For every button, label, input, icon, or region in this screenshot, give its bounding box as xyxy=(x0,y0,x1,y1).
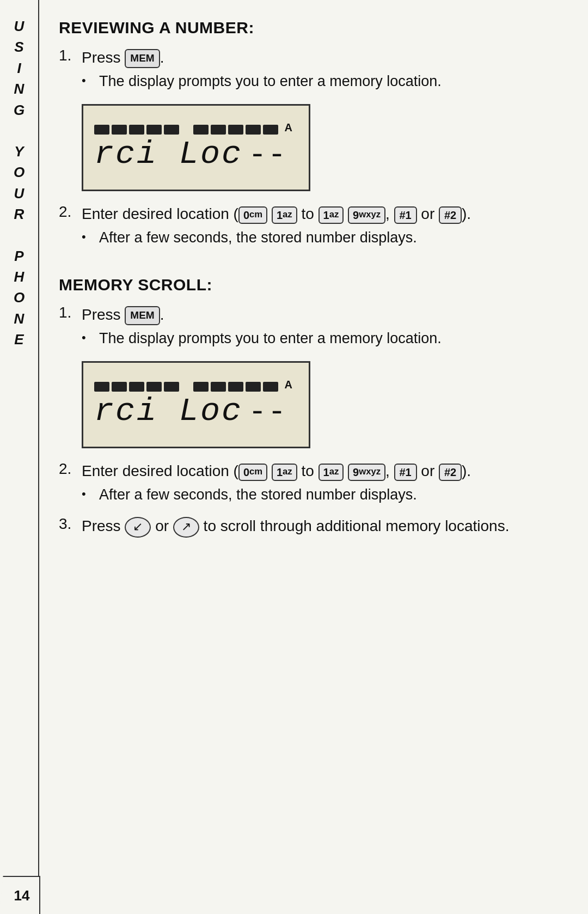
bullet-dot-4: • xyxy=(82,487,91,501)
step2-bullet: • After a few seconds, the stored number… xyxy=(82,228,566,248)
lcd-segs-right-1 xyxy=(193,125,278,135)
lcd-main-text-2: rci Loc -- xyxy=(94,395,287,428)
section1-step2: 2. Enter desired location (0cm 1az to 1a… xyxy=(59,203,566,252)
s2-step2-bullet-text: After a few seconds, the stored number d… xyxy=(99,485,417,505)
lcd-segs-left-1 xyxy=(94,125,179,135)
section2-step3: 3. Press ↙ or ↗ to scroll through additi… xyxy=(59,515,566,538)
key-9wxyz[interactable]: 9wxyz xyxy=(348,206,385,224)
step2-text: Enter desired location (0cm 1az to 1az 9… xyxy=(82,203,566,224)
sidebar-letter-o2: O xyxy=(14,288,24,307)
s2-step2-text: Enter desired location (0cm 1az to 1az 9… xyxy=(82,460,566,482)
sidebar-letter-n: N xyxy=(14,309,24,328)
sidebar-letter-y: Y xyxy=(14,142,23,161)
mem-key-1[interactable]: MEM xyxy=(125,49,160,68)
step1-content: Press MEM. • The display prompts you to … xyxy=(82,47,566,197)
lcd-segs-left-2 xyxy=(94,382,179,392)
s2-step1-bullet: • The display prompts you to enter a mem… xyxy=(82,328,566,349)
arrow-down-key[interactable]: ↙ xyxy=(125,517,151,538)
key-1az-3[interactable]: 1az xyxy=(272,464,297,481)
sidebar-letter-p: P xyxy=(14,246,23,266)
section2-step2: 2. Enter desired location (0cm 1az to 1a… xyxy=(59,460,566,509)
key-hash2-2[interactable]: #2 xyxy=(439,464,462,481)
step1-bullet-text: The display prompts you to enter a memor… xyxy=(99,71,442,92)
s2-step3-content: Press ↙ or ↗ to scroll through additiona… xyxy=(82,515,566,538)
key-1az-2[interactable]: 1az xyxy=(318,206,344,224)
lcd-display-2: A rci Loc -- xyxy=(82,361,310,448)
section2-heading: Memory Scroll: xyxy=(59,276,566,294)
key-1az[interactable]: 1az xyxy=(272,206,297,224)
step1-number: 1. xyxy=(59,47,75,64)
s2-step3-text: Press ↙ or ↗ to scroll through additiona… xyxy=(82,515,566,538)
key-hash2[interactable]: #2 xyxy=(439,206,462,224)
lcd-top-row-2: A xyxy=(94,382,298,392)
sidebar-letter-r: R xyxy=(14,204,24,224)
step1-text: Press MEM. xyxy=(82,47,566,68)
lcd-top-row-1: A xyxy=(94,125,298,135)
sidebar-letter-s: S xyxy=(14,37,23,57)
s2-step1-number: 1. xyxy=(59,304,75,321)
s2-step2-content: Enter desired location (0cm 1az to 1az 9… xyxy=(82,460,566,509)
s2-step3-number: 3. xyxy=(59,515,75,533)
key-9wxyz-2[interactable]: 9wxyz xyxy=(348,464,385,481)
key-1az-4[interactable]: 1az xyxy=(318,464,344,481)
lcd-a-1: A xyxy=(285,121,292,134)
mem-key-2[interactable]: MEM xyxy=(125,306,160,325)
section1-step1: 1. Press MEM. • The display prompts you … xyxy=(59,47,566,197)
sidebar-letter-g: G xyxy=(14,100,24,120)
page-tab: 14 xyxy=(0,876,40,914)
lcd-display-1: A rci Loc -- xyxy=(82,104,310,191)
lcd-segs-right-2 xyxy=(193,382,278,392)
s2-step2-number: 2. xyxy=(59,460,75,478)
sidebar: U S I N G Y O U R P H O N E 14 xyxy=(0,0,39,914)
sidebar-letter-u2: U xyxy=(14,184,24,203)
step1-bullet: • The display prompts you to enter a mem… xyxy=(82,71,566,92)
bullet-dot-3: • xyxy=(82,331,91,345)
sidebar-letters: U S I N G Y O U R P H O N E xyxy=(14,11,24,349)
main-content: Reviewing A Number: 1. Press MEM. • The … xyxy=(39,0,588,914)
key-hash1[interactable]: #1 xyxy=(394,206,417,224)
step2-bullet-text: After a few seconds, the stored number d… xyxy=(99,228,417,248)
sidebar-letter-o: O xyxy=(14,162,24,182)
sidebar-letter-u: U xyxy=(14,16,24,36)
s2-step1-text: Press MEM. xyxy=(82,304,566,325)
step2-content: Enter desired location (0cm 1az to 1az 9… xyxy=(82,203,566,252)
page-container: U S I N G Y O U R P H O N E 14 Reviewing… xyxy=(0,0,588,914)
lcd-main-text-1: rci Loc -- xyxy=(94,138,287,170)
lcd-a-2: A xyxy=(285,379,292,391)
step2-number: 2. xyxy=(59,203,75,221)
section1-heading: Reviewing A Number: xyxy=(59,19,566,37)
sidebar-letter-h: H xyxy=(14,267,24,287)
sidebar-letter-n: N xyxy=(14,79,24,99)
section2-step1: 1. Press MEM. • The display prompts you … xyxy=(59,304,566,454)
page-number: 14 xyxy=(14,887,30,904)
s2-step2-bullet: • After a few seconds, the stored number… xyxy=(82,485,566,505)
s2-step1-content: Press MEM. • The display prompts you to … xyxy=(82,304,566,454)
key-0cm[interactable]: 0cm xyxy=(238,206,267,224)
arrow-up-key[interactable]: ↗ xyxy=(173,517,199,538)
key-hash1-2[interactable]: #1 xyxy=(394,464,417,481)
bullet-dot-2: • xyxy=(82,230,91,244)
sidebar-letter-e: E xyxy=(14,330,23,349)
s2-step1-bullet-text: The display prompts you to enter a memor… xyxy=(99,328,442,349)
key-0cm-2[interactable]: 0cm xyxy=(238,464,267,481)
bullet-dot-1: • xyxy=(82,74,91,88)
sidebar-letter-i: I xyxy=(17,58,21,78)
